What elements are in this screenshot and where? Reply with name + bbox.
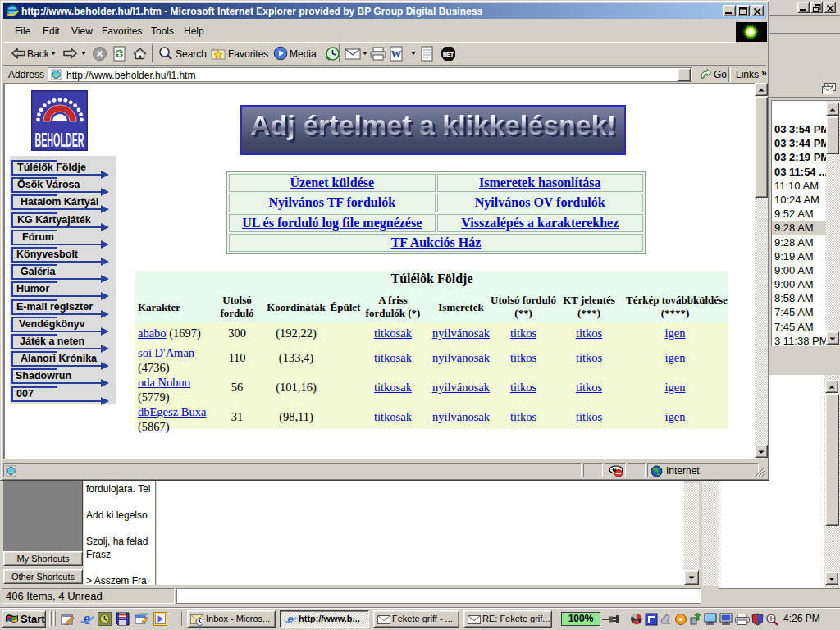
svg-text:BEHOLDER: BEHOLDER — [35, 130, 84, 151]
svg-text:e: e — [83, 611, 90, 627]
svg-text:NET: NET — [443, 52, 454, 57]
svg-text:W: W — [391, 48, 402, 60]
svg-text:e: e — [287, 612, 294, 627]
